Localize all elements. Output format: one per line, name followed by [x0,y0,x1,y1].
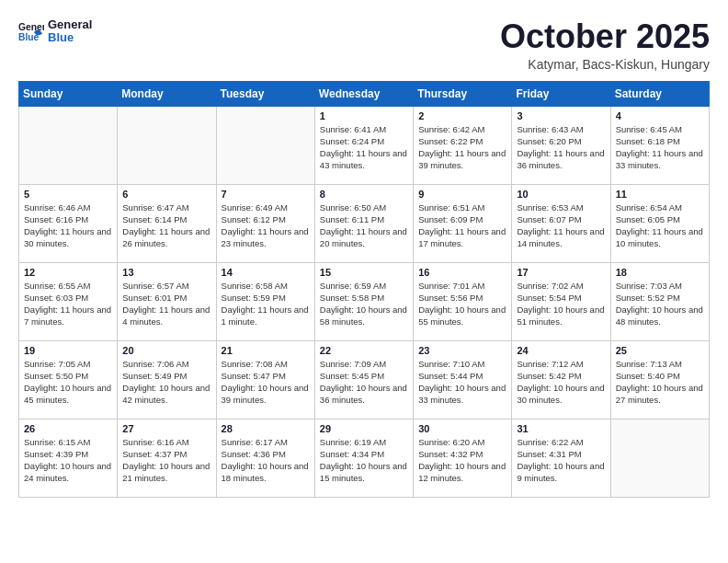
day-info: Sunrise: 6:16 AMSunset: 4:37 PMDaylight:… [122,436,210,485]
day-info: Sunrise: 6:58 AMSunset: 5:59 PMDaylight:… [222,280,310,328]
empty-cell [118,106,216,184]
day-cell-12: 12Sunrise: 6:55 AMSunset: 6:03 PMDayligh… [19,262,118,340]
day-info: Sunrise: 6:55 AMSunset: 6:03 PMDaylight:… [24,280,112,328]
day-info: Sunrise: 6:54 AMSunset: 6:05 PMDaylight:… [616,201,704,250]
day-cell-9: 9Sunrise: 6:51 AMSunset: 6:09 PMDaylight… [414,184,512,262]
day-number: 7 [222,189,310,200]
day-number: 5 [24,189,112,200]
day-number: 21 [222,345,310,356]
day-cell-28: 28Sunrise: 6:17 AMSunset: 4:36 PMDayligh… [216,419,314,497]
day-number: 2 [418,110,506,121]
day-cell-1: 1Sunrise: 6:41 AMSunset: 6:24 PMDaylight… [314,106,413,184]
day-number: 12 [24,267,112,278]
weekday-header-saturday: Saturday [610,81,709,106]
logo-general-text: General [48,18,92,31]
day-number: 14 [222,267,310,278]
logo-icon: General Blue [18,18,44,44]
day-cell-13: 13Sunrise: 6:57 AMSunset: 6:01 PMDayligh… [118,262,216,340]
day-cell-26: 26Sunrise: 6:15 AMSunset: 4:39 PMDayligh… [19,419,118,497]
page-header: General Blue General Blue October 2025 K… [18,18,710,72]
day-cell-8: 8Sunrise: 6:50 AMSunset: 6:11 PMDaylight… [314,184,413,262]
weekday-header-thursday: Thursday [414,81,512,106]
day-info: Sunrise: 6:46 AMSunset: 6:16 PMDaylight:… [24,201,112,250]
day-number: 31 [517,423,605,434]
weekday-header-friday: Friday [512,81,610,106]
day-info: Sunrise: 7:01 AMSunset: 5:56 PMDaylight:… [418,280,506,328]
day-number: 27 [122,423,210,434]
empty-cell [216,106,314,184]
day-info: Sunrise: 7:13 AMSunset: 5:40 PMDaylight:… [616,358,704,407]
day-cell-3: 3Sunrise: 6:43 AMSunset: 6:20 PMDaylight… [512,106,610,184]
day-number: 20 [122,345,210,356]
day-number: 8 [320,189,408,200]
day-cell-16: 16Sunrise: 7:01 AMSunset: 5:56 PMDayligh… [414,262,512,340]
day-number: 1 [320,110,408,121]
week-row-1: 1Sunrise: 6:41 AMSunset: 6:24 PMDaylight… [19,106,710,184]
day-info: Sunrise: 7:02 AMSunset: 5:54 PMDaylight:… [517,280,605,328]
day-cell-21: 21Sunrise: 7:08 AMSunset: 5:47 PMDayligh… [216,340,314,419]
day-number: 3 [517,110,605,121]
week-row-4: 19Sunrise: 7:05 AMSunset: 5:50 PMDayligh… [19,340,710,419]
day-number: 19 [24,345,112,356]
day-cell-25: 25Sunrise: 7:13 AMSunset: 5:40 PMDayligh… [610,340,709,419]
day-number: 17 [517,267,605,278]
day-cell-10: 10Sunrise: 6:53 AMSunset: 6:07 PMDayligh… [512,184,610,262]
weekday-header-monday: Monday [118,81,216,106]
day-number: 28 [222,423,310,434]
svg-text:General: General [18,22,44,32]
day-info: Sunrise: 6:17 AMSunset: 4:36 PMDaylight:… [222,436,310,485]
day-number: 26 [24,423,112,434]
day-info: Sunrise: 6:59 AMSunset: 5:58 PMDaylight:… [320,280,408,328]
day-info: Sunrise: 6:15 AMSunset: 4:39 PMDaylight:… [24,436,112,485]
day-number: 10 [517,189,605,200]
weekday-header-sunday: Sunday [19,81,118,106]
day-info: Sunrise: 6:20 AMSunset: 4:32 PMDaylight:… [418,436,506,485]
day-info: Sunrise: 7:08 AMSunset: 5:47 PMDaylight:… [222,358,310,407]
day-info: Sunrise: 6:42 AMSunset: 6:22 PMDaylight:… [418,123,506,172]
day-number: 25 [616,345,704,356]
day-number: 9 [418,189,506,200]
month-title: October 2025 [500,18,710,55]
day-number: 15 [320,267,408,278]
day-info: Sunrise: 6:57 AMSunset: 6:01 PMDaylight:… [122,280,210,328]
day-number: 22 [320,345,408,356]
day-info: Sunrise: 6:51 AMSunset: 6:09 PMDaylight:… [418,201,506,250]
day-info: Sunrise: 6:45 AMSunset: 6:18 PMDaylight:… [616,123,704,172]
title-block: October 2025 Katymar, Bacs-Kiskun, Hunga… [500,18,710,72]
day-info: Sunrise: 7:10 AMSunset: 5:44 PMDaylight:… [418,358,506,407]
logo: General Blue General Blue [18,18,92,45]
day-cell-17: 17Sunrise: 7:02 AMSunset: 5:54 PMDayligh… [512,262,610,340]
day-number: 11 [616,189,704,200]
day-number: 6 [122,189,210,200]
day-cell-23: 23Sunrise: 7:10 AMSunset: 5:44 PMDayligh… [414,340,512,419]
day-cell-5: 5Sunrise: 6:46 AMSunset: 6:16 PMDaylight… [19,184,118,262]
day-cell-20: 20Sunrise: 7:06 AMSunset: 5:49 PMDayligh… [118,340,216,419]
day-number: 29 [320,423,408,434]
day-info: Sunrise: 7:06 AMSunset: 5:49 PMDaylight:… [122,358,210,407]
week-row-5: 26Sunrise: 6:15 AMSunset: 4:39 PMDayligh… [19,419,710,497]
day-cell-18: 18Sunrise: 7:03 AMSunset: 5:52 PMDayligh… [610,262,709,340]
day-number: 4 [616,110,704,121]
day-number: 18 [616,267,704,278]
day-cell-6: 6Sunrise: 6:47 AMSunset: 6:14 PMDaylight… [118,184,216,262]
day-info: Sunrise: 6:19 AMSunset: 4:34 PMDaylight:… [320,436,408,485]
location-text: Katymar, Bacs-Kiskun, Hungary [500,57,710,72]
day-info: Sunrise: 6:53 AMSunset: 6:07 PMDaylight:… [517,201,605,250]
day-number: 30 [418,423,506,434]
day-info: Sunrise: 7:05 AMSunset: 5:50 PMDaylight:… [24,358,112,407]
day-cell-11: 11Sunrise: 6:54 AMSunset: 6:05 PMDayligh… [610,184,709,262]
day-cell-7: 7Sunrise: 6:49 AMSunset: 6:12 PMDaylight… [216,184,314,262]
day-cell-15: 15Sunrise: 6:59 AMSunset: 5:58 PMDayligh… [314,262,413,340]
svg-text:Blue: Blue [18,33,40,43]
day-info: Sunrise: 6:43 AMSunset: 6:20 PMDaylight:… [517,123,605,172]
day-number: 23 [418,345,506,356]
day-cell-4: 4Sunrise: 6:45 AMSunset: 6:18 PMDaylight… [610,106,709,184]
day-cell-27: 27Sunrise: 6:16 AMSunset: 4:37 PMDayligh… [118,419,216,497]
day-cell-29: 29Sunrise: 6:19 AMSunset: 4:34 PMDayligh… [314,419,413,497]
day-info: Sunrise: 6:49 AMSunset: 6:12 PMDaylight:… [222,201,310,250]
day-info: Sunrise: 6:50 AMSunset: 6:11 PMDaylight:… [320,201,408,250]
day-number: 24 [517,345,605,356]
weekday-header-wednesday: Wednesday [314,81,413,106]
logo-blue-text: Blue [48,31,92,44]
day-info: Sunrise: 7:09 AMSunset: 5:45 PMDaylight:… [320,358,408,407]
